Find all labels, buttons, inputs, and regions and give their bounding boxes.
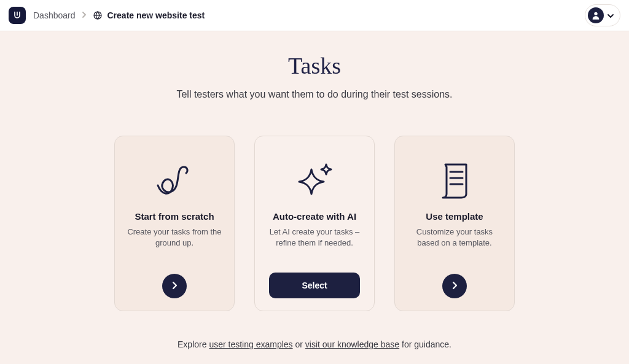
card-title: Start from scratch	[135, 211, 214, 222]
footer-guidance: Explore user testing examples or visit o…	[178, 339, 451, 349]
header-right	[585, 4, 620, 26]
template-select-button[interactable]	[442, 274, 467, 298]
chevron-right-icon	[82, 11, 87, 20]
option-cards: Start from scratch Create your tasks fro…	[114, 136, 515, 311]
document-icon	[427, 150, 482, 211]
avatar-icon	[588, 7, 604, 23]
breadcrumb: Dashboard Create new website test	[33, 10, 205, 20]
card-desc: Customize your tasks based on a template…	[405, 227, 504, 268]
card-use-template[interactable]: Use template Customize your tasks based …	[394, 136, 515, 311]
main-content: Tasks Tell testers what you want them to…	[0, 31, 629, 349]
ai-select-button[interactable]: Select	[269, 273, 360, 298]
card-desc: Let AI create your tasks – refine them i…	[265, 227, 364, 269]
globe-icon	[93, 10, 103, 20]
card-title: Use template	[426, 211, 483, 222]
link-knowledge-base[interactable]: visit our knowledge base	[305, 339, 399, 349]
header: Dashboard Create new website test	[0, 0, 629, 31]
breadcrumb-current-label: Create new website test	[107, 10, 205, 20]
link-examples[interactable]: user testing examples	[209, 339, 292, 349]
page-subtitle: Tell testers what you want them to do du…	[176, 89, 452, 100]
footer-post: for guidance.	[399, 339, 451, 349]
chevron-down-icon	[608, 10, 614, 21]
svg-point-1	[594, 12, 597, 15]
card-desc: Create your tasks from the ground up.	[125, 227, 224, 268]
breadcrumb-current: Create new website test	[93, 10, 205, 20]
sparkle-icon	[287, 150, 342, 211]
page-title: Tasks	[288, 52, 341, 79]
card-title: Auto-create with AI	[273, 211, 356, 222]
header-left: Dashboard Create new website test	[9, 7, 205, 24]
user-menu[interactable]	[585, 4, 620, 26]
footer-pre: Explore	[178, 339, 209, 349]
app-logo[interactable]	[9, 7, 26, 24]
chevron-right-icon	[171, 281, 178, 292]
card-start-from-scratch[interactable]: Start from scratch Create your tasks fro…	[114, 136, 235, 311]
card-auto-create-ai[interactable]: Auto-create with AI Let AI create your t…	[254, 136, 375, 311]
scratch-select-button[interactable]	[162, 274, 187, 298]
chevron-right-icon	[451, 281, 458, 292]
scribble-icon	[147, 150, 202, 211]
footer-mid: or	[293, 339, 305, 349]
breadcrumb-root[interactable]: Dashboard	[33, 10, 76, 20]
